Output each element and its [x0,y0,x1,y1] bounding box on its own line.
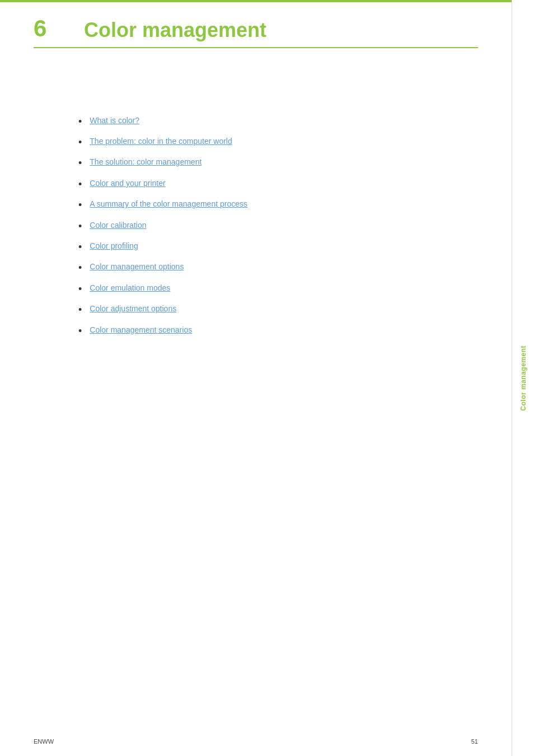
toc-list-item: •Color emulation modes [78,283,478,296]
toc-link-7[interactable]: Color profiling [90,241,138,252]
main-content: 6 Color management •What is color?•The p… [0,0,512,756]
bullet-icon: • [78,220,82,233]
page-container: Color management 6 Color management •Wha… [0,0,534,756]
chapter-header: 6 Color management [34,17,478,48]
toc-link-8[interactable]: Color management options [90,262,184,273]
toc-list-item: •The solution: color management [78,157,478,170]
toc-link-4[interactable]: Color and your printer [90,178,165,189]
footer-right: 51 [471,738,478,745]
toc-link-5[interactable]: A summary of the color management proces… [90,199,247,210]
toc-link-11[interactable]: Color management scenarios [90,325,192,336]
toc-list-item: •Color profiling [78,241,478,254]
bullet-icon: • [78,178,82,191]
toc-list-item: •Color adjustment options [78,304,478,316]
toc-list: •What is color?•The problem: color in th… [78,115,478,338]
toc-link-1[interactable]: What is color? [90,115,139,127]
toc-list-item: •Color and your printer [78,178,478,191]
bullet-icon: • [78,241,82,254]
toc-list-item: •What is color? [78,115,478,128]
bullet-icon: • [78,325,82,338]
footer: ENWW 51 [34,738,478,745]
toc-link-3[interactable]: The solution: color management [90,157,202,168]
bullet-icon: • [78,157,82,170]
chapter-number: 6 [34,17,62,40]
chapter-title: Color management [84,17,266,41]
footer-left: ENWW [34,738,54,745]
sidebar-tab: Color management [512,0,534,756]
bullet-icon: • [78,304,82,316]
bullet-icon: • [78,262,82,274]
bullet-icon: • [78,199,82,212]
bullet-icon: • [78,283,82,296]
toc-list-item: •The problem: color in the computer worl… [78,136,478,149]
toc-list-item: •Color management options [78,262,478,274]
toc-link-6[interactable]: Color calibration [90,220,146,231]
bullet-icon: • [78,115,82,128]
toc-link-10[interactable]: Color adjustment options [90,304,176,315]
toc-list-item: •A summary of the color management proce… [78,199,478,212]
toc-list-item: •Color management scenarios [78,325,478,338]
sidebar-tab-label: Color management [519,346,527,411]
bullet-icon: • [78,136,82,149]
toc-link-9[interactable]: Color emulation modes [90,283,170,294]
toc-link-2[interactable]: The problem: color in the computer world [90,136,232,147]
toc-list-item: •Color calibration [78,220,478,233]
